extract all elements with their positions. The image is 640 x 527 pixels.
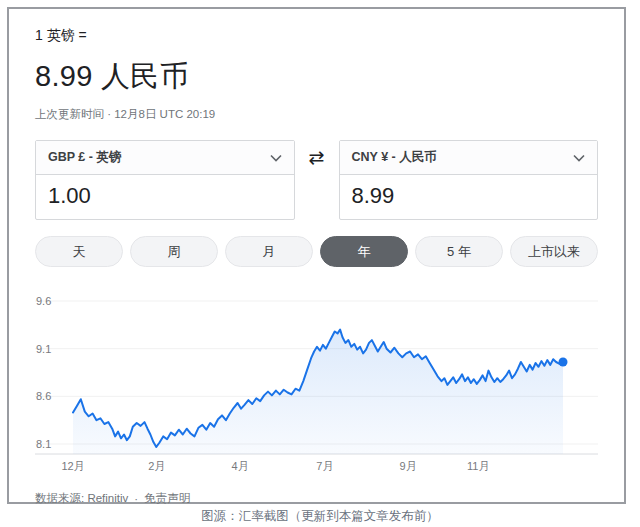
exchange-rate-value: 8.99 人民币 bbox=[35, 57, 598, 97]
range-tabs: 天周月年5 年上市以来 bbox=[35, 236, 598, 267]
svg-text:9.1: 9.1 bbox=[36, 343, 51, 355]
svg-text:9.6: 9.6 bbox=[36, 295, 51, 307]
svg-text:4月: 4月 bbox=[232, 460, 249, 472]
range-tab-月[interactable]: 月 bbox=[225, 236, 313, 267]
chevron-down-icon bbox=[270, 151, 282, 165]
latest-point-dot bbox=[559, 358, 568, 367]
rate-chart[interactable]: 9.69.18.68.112月2月4月7月9月11月 bbox=[35, 279, 598, 483]
chevron-down-icon bbox=[573, 151, 585, 165]
last-updated-text: 上次更新时间 · 12月8日 UTC 20:19 bbox=[35, 107, 598, 122]
from-currency-select[interactable]: GBP £ - 英镑 bbox=[36, 141, 294, 175]
svg-text:8.1: 8.1 bbox=[36, 438, 51, 450]
svg-text:7月: 7月 bbox=[316, 460, 333, 472]
from-currency-box: GBP £ - 英镑 1.00 bbox=[35, 140, 295, 220]
currency-converter-card: 1 英镑 = 8.99 人民币 上次更新时间 · 12月8日 UTC 20:19… bbox=[7, 7, 626, 504]
from-amount-input[interactable]: 1.00 bbox=[36, 175, 294, 219]
to-currency-select[interactable]: CNY ¥ - 人民币 bbox=[340, 141, 598, 175]
to-currency-box: CNY ¥ - 人民币 8.99 bbox=[339, 140, 599, 220]
svg-text:12月: 12月 bbox=[61, 460, 84, 472]
disclaimer-link[interactable]: 免责声明 bbox=[144, 491, 190, 506]
svg-text:8.6: 8.6 bbox=[36, 390, 51, 402]
image-caption: 图源：汇率截图（更新到本篇文章发布前） bbox=[0, 508, 640, 525]
range-tab-上市以来[interactable]: 上市以来 bbox=[510, 236, 598, 267]
rate-chart-svg: 9.69.18.68.112月2月4月7月9月11月 bbox=[35, 279, 598, 483]
data-source-text: 数据来源: Refinitiv bbox=[35, 491, 128, 506]
swap-currencies-button[interactable]: ⇄ bbox=[295, 140, 339, 174]
converter-row: GBP £ - 英镑 1.00 ⇄ CNY ¥ - 人民币 8.99 bbox=[35, 140, 598, 220]
svg-text:2月: 2月 bbox=[148, 460, 165, 472]
svg-text:11月: 11月 bbox=[467, 460, 489, 472]
range-tab-年[interactable]: 年 bbox=[320, 236, 408, 267]
to-amount-input[interactable]: 8.99 bbox=[340, 175, 598, 219]
to-currency-label: CNY ¥ - 人民币 bbox=[352, 149, 437, 166]
separator-dot: · bbox=[134, 493, 138, 505]
range-tab-天[interactable]: 天 bbox=[35, 236, 123, 267]
from-currency-label: GBP £ - 英镑 bbox=[48, 149, 121, 166]
range-tab-5 年[interactable]: 5 年 bbox=[415, 236, 503, 267]
unit-line: 1 英镑 = bbox=[35, 27, 598, 45]
range-tab-周[interactable]: 周 bbox=[130, 236, 218, 267]
data-source-line: 数据来源: Refinitiv · 免责声明 bbox=[35, 491, 598, 506]
svg-text:9月: 9月 bbox=[400, 460, 417, 472]
swap-horizontal-icon: ⇄ bbox=[309, 148, 325, 167]
